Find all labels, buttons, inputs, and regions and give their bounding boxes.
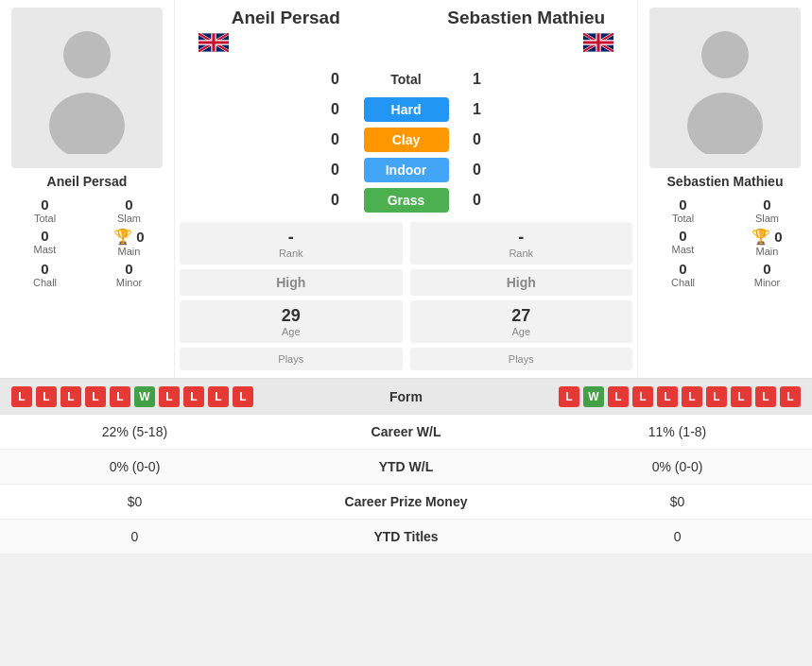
right-age-box: 27 Age bbox=[410, 300, 633, 343]
svg-point-0 bbox=[63, 31, 111, 78]
form-badge-l: L bbox=[731, 386, 752, 407]
left-stat-chall: 0 Chall bbox=[8, 261, 82, 288]
form-badge-l: L bbox=[657, 386, 678, 407]
right-stat-slam: 0 Slam bbox=[730, 196, 804, 224]
svg-point-5 bbox=[687, 93, 763, 154]
score-row-grass: 0 Grass 0 bbox=[180, 188, 632, 213]
form-badge-l: L bbox=[632, 386, 653, 407]
indoor-score-left: 0 bbox=[321, 162, 350, 179]
right-flag bbox=[583, 33, 613, 56]
hard-score-left: 0 bbox=[321, 101, 350, 118]
form-label: Form bbox=[274, 389, 537, 404]
form-badge-l: L bbox=[780, 386, 801, 407]
flags-row bbox=[180, 33, 632, 56]
form-badge-l: L bbox=[706, 386, 727, 407]
total-score-left: 0 bbox=[321, 71, 350, 88]
data-row-0-right: 11% (1-8) bbox=[554, 424, 801, 439]
app-container: Aneil Persad 0 Total 0 Slam 0 Mast bbox=[0, 0, 812, 555]
data-row-0-left: 22% (5-18) bbox=[11, 424, 258, 439]
players-section: Aneil Persad 0 Total 0 Slam 0 Mast bbox=[0, 0, 812, 379]
right-stat-main: 🏆 0 Main bbox=[730, 228, 804, 257]
center-area: Aneil Persad Sebastien Mathieu bbox=[175, 0, 637, 378]
left-stat-total: 0 Total bbox=[8, 196, 82, 224]
data-row-0-label: Career W/L bbox=[258, 424, 554, 439]
left-info-boxes: - Rank High 29 Age Plays bbox=[180, 222, 403, 370]
score-row-hard: 0 Hard 1 bbox=[180, 97, 632, 122]
right-info-boxes: - Rank High 27 Age Plays bbox=[410, 222, 633, 370]
left-plays-box: Plays bbox=[180, 348, 403, 370]
data-row-3: 0 YTD Titles 0 bbox=[0, 520, 812, 555]
data-row-2-right: $0 bbox=[554, 494, 801, 509]
clay-badge: Clay bbox=[364, 128, 449, 152]
left-age-box: 29 Age bbox=[180, 300, 403, 343]
center-info-boxes: - Rank High 29 Age Plays bbox=[180, 222, 632, 370]
form-badge-l: L bbox=[159, 386, 180, 407]
left-stat-main: 🏆 0 Main bbox=[92, 228, 166, 257]
data-row-2-left: $0 bbox=[11, 494, 258, 509]
score-row-clay: 0 Clay 0 bbox=[180, 128, 632, 152]
data-row-3-left: 0 bbox=[11, 529, 258, 544]
form-badge-l: L bbox=[110, 386, 130, 407]
form-badge-l: L bbox=[11, 386, 32, 407]
data-row-2: $0 Career Prize Money $0 bbox=[0, 485, 812, 520]
hard-score-right: 1 bbox=[463, 101, 492, 118]
form-badge-l: L bbox=[208, 386, 229, 407]
left-form-results: LLLLLWLLLL bbox=[11, 386, 274, 407]
right-stat-total: 0 Total bbox=[646, 196, 720, 224]
right-player-avatar bbox=[649, 8, 801, 168]
data-row-0: 22% (5-18) Career W/L 11% (1-8) bbox=[0, 415, 812, 450]
left-player-avatar bbox=[11, 8, 163, 168]
right-center-name: Sebastien Mathieu bbox=[421, 8, 633, 28]
data-row-1-label: YTD W/L bbox=[258, 459, 554, 474]
data-row-1-right: 0% (0-0) bbox=[554, 459, 801, 474]
right-player-stats: 0 Total 0 Slam 0 Mast 🏆 0 Main bbox=[646, 196, 804, 288]
form-badge-l: L bbox=[36, 386, 57, 407]
indoor-score-right: 0 bbox=[463, 162, 492, 179]
grass-score-right: 0 bbox=[463, 192, 492, 209]
form-badge-l: L bbox=[85, 386, 106, 407]
left-center-name: Aneil Persad bbox=[180, 8, 392, 28]
data-row-2-label: Career Prize Money bbox=[258, 494, 554, 509]
grass-badge: Grass bbox=[364, 188, 449, 213]
clay-score-left: 0 bbox=[321, 131, 350, 148]
right-high-box: High bbox=[410, 269, 633, 296]
svg-point-1 bbox=[49, 93, 125, 154]
left-stat-minor: 0 Minor bbox=[92, 261, 166, 288]
score-rows: 0 Total 1 0 Hard 1 0 Clay 0 0 Indoor bbox=[180, 67, 632, 213]
form-badge-l: L bbox=[60, 386, 81, 407]
form-badge-l: L bbox=[233, 386, 253, 407]
form-badge-l: L bbox=[559, 386, 579, 407]
total-score-right: 1 bbox=[463, 71, 492, 88]
left-trophy-icon: 🏆 bbox=[113, 228, 132, 246]
left-player-card: Aneil Persad 0 Total 0 Slam 0 Mast bbox=[0, 0, 175, 378]
right-stat-minor: 0 Minor bbox=[730, 261, 804, 288]
data-row-1-left: 0% (0-0) bbox=[11, 459, 258, 474]
right-player-card: Sebastien Mathieu 0 Total 0 Slam 0 Mast … bbox=[637, 0, 812, 378]
right-player-name: Sebastien Mathieu bbox=[667, 174, 784, 189]
left-player-stats: 0 Total 0 Slam 0 Mast 🏆 0 bbox=[8, 196, 166, 288]
left-rank-box: - Rank bbox=[180, 222, 403, 265]
right-stat-chall: 0 Chall bbox=[646, 261, 720, 288]
left-high-box: High bbox=[180, 269, 403, 296]
data-rows: 22% (5-18) Career W/L 11% (1-8) 0% (0-0)… bbox=[0, 415, 812, 555]
form-badge-w: W bbox=[583, 386, 604, 407]
right-stat-mast: 0 Mast bbox=[646, 228, 720, 257]
grass-score-left: 0 bbox=[321, 192, 350, 209]
svg-point-4 bbox=[701, 31, 749, 78]
form-badge-w: W bbox=[134, 386, 155, 407]
form-badge-l: L bbox=[755, 386, 776, 407]
total-badge: Total bbox=[364, 67, 449, 92]
score-row-indoor: 0 Indoor 0 bbox=[180, 158, 632, 182]
left-flag bbox=[199, 33, 229, 56]
form-badge-l: L bbox=[183, 386, 204, 407]
hard-badge: Hard bbox=[364, 97, 449, 122]
right-form-results: LWLLLLLLLL bbox=[538, 386, 801, 407]
left-stat-slam: 0 Slam bbox=[92, 196, 166, 224]
right-plays-box: Plays bbox=[410, 348, 633, 370]
left-player-name: Aneil Persad bbox=[47, 174, 128, 189]
right-trophy-icon: 🏆 bbox=[752, 228, 770, 246]
indoor-badge: Indoor bbox=[364, 158, 449, 182]
names-row: Aneil Persad Sebastien Mathieu bbox=[180, 8, 632, 28]
clay-score-right: 0 bbox=[463, 131, 492, 148]
data-row-3-right: 0 bbox=[554, 529, 801, 544]
